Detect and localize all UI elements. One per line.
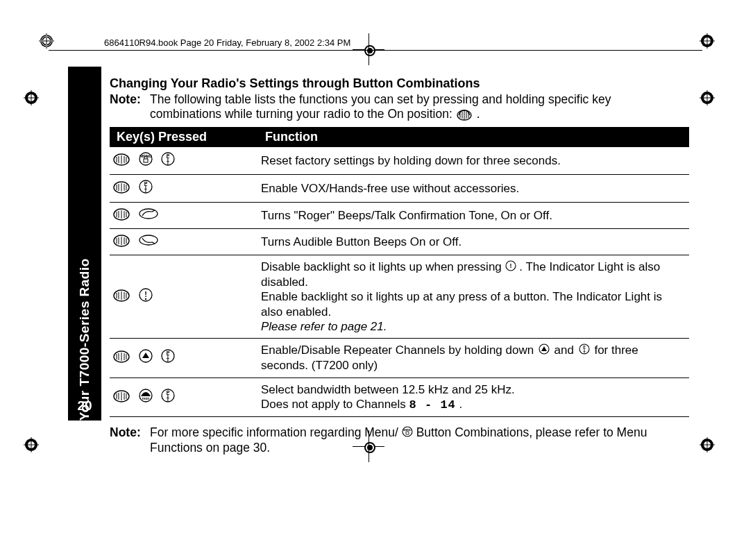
reg-mark-icon [39,33,54,49]
col-header-func: Function [258,127,689,147]
func-text: Enable backlight so it lights up at any … [261,290,662,318]
svg-rect-4 [39,40,54,42]
note-2: Note: For more specific information rega… [110,425,713,455]
power-knob-icon [112,180,130,197]
svg-point-1 [43,37,50,44]
table-row: ! Disable backlight so it lights up when… [110,255,689,339]
svg-text:!: ! [144,290,147,298]
reg-mark-icon [700,33,715,49]
mon-button-icon: mon [138,388,153,407]
table-row: PTT Enable/Disable Repeater Channels by … [110,339,689,377]
page-content: Changing Your Radio's Settings through B… [110,76,713,461]
menu-lock-button-icon: MENU [138,151,153,170]
power-knob-icon [112,207,130,224]
svg-point-20 [28,441,35,448]
func-text-italic: Please refer to page 21. [261,320,387,333]
ptt-button-icon: PTT [160,348,176,367]
func-text: Select bandwidth between 12.5 kHz and 25… [261,383,515,396]
svg-point-7 [701,35,713,47]
top-rule [49,50,702,51]
svg-text:MENU: MENU [403,428,412,432]
table-row: Turns Audible Button Beeps On or Off. [110,229,689,255]
reg-mark-icon [24,90,39,105]
channel-range: 8 - 14 [409,398,456,411]
note-label: Note: [110,92,150,121]
note-body: The following table lists the functions … [150,92,713,121]
svg-text:!: ! [509,262,511,269]
svg-text:T: T [167,160,170,165]
svg-point-12 [28,94,35,101]
ptt-button-icon: PTT [579,343,590,358]
func-cell: Reset factory settings by holding down f… [258,147,689,175]
scroll-up-icon [138,348,153,367]
svg-point-8 [704,37,711,44]
func-cell: Disable backlight so it lights up when p… [258,255,689,339]
power-knob-icon [112,233,130,251]
page-number: 20 [68,398,101,414]
power-knob-icon [456,108,473,121]
reg-mark-icon [24,437,39,452]
power-knob-icon [112,288,130,305]
note-1: Note: The following table lists the func… [110,92,713,121]
ptt-button-icon: PTT [138,179,153,198]
svg-point-78 [145,298,146,300]
svg-point-69 [139,235,158,245]
svg-point-19 [25,439,37,451]
svg-text:T: T [144,188,148,193]
power-knob-icon [112,349,130,366]
key-combination-table: Key(s) Pressed Function MENU PTT Reset f… [110,127,689,417]
svg-rect-14 [24,98,39,99]
svg-rect-9 [707,33,708,49]
table-row: PTT Enable VOX/Hands-free use without ac… [110,175,689,203]
table-row: MENU PTT Reset factory settings by holdi… [110,147,689,175]
svg-rect-6 [39,41,54,42]
func-cell: Enable/Disable Repeater Channels by hold… [258,339,689,377]
side-tab-title: Operating Your T7000-Series Radio [77,258,92,490]
crop-cross-icon [353,33,384,65]
func-text: Enable/Disable Repeater Channels by hold… [261,343,537,357]
call-up-oval-icon [138,207,159,223]
note-label: Note: [110,425,150,455]
svg-rect-22 [24,445,39,446]
light-button-icon: ! [138,287,153,306]
light-button-icon: ! [505,260,516,275]
ptt-button-icon: PTT [160,388,176,407]
func-text: Disable backlight so it lights up when p… [261,260,505,273]
power-knob-icon [112,152,130,169]
header-bookline: 6864110R94.book Page 20 Friday, February… [104,37,350,48]
menu-lock-button-icon: MENU [402,426,413,441]
svg-text:T: T [583,350,585,355]
svg-point-62 [139,209,158,219]
col-header-keys: Key(s) Pressed [110,127,258,147]
note-body: For more specific information regarding … [150,425,713,455]
note-text: For more specific information regarding … [150,425,398,439]
func-cell: Turns "Roger" Beeps/Talk Confirmation To… [258,203,689,229]
svg-rect-3 [46,33,47,49]
call-down-oval-icon [138,234,159,250]
svg-rect-13 [31,90,32,105]
func-cell: Select bandwidth between 12.5 kHz and 25… [258,377,689,417]
func-cell: Enable VOX/Hands-free use without access… [258,175,689,203]
section-title: Changing Your Radio's Settings through B… [110,76,713,91]
svg-rect-21 [31,437,32,452]
func-text: . [459,398,463,411]
func-text: Does not apply to Channels [261,398,409,411]
side-tab: Operating Your T7000-Series Radio 20 [68,67,101,421]
svg-rect-5 [46,33,47,49]
svg-rect-10 [700,41,715,42]
table-row: Turns "Roger" Beeps/Talk Confirmation To… [110,203,689,229]
func-cell: Turns Audible Button Beeps On or Off. [258,229,689,255]
power-knob-icon [112,389,130,406]
svg-text:T: T [167,357,170,362]
func-text: and [554,343,577,357]
table-row: mon PTT Select bandwidth between 12.5 kH… [110,377,689,417]
note-text: The following table lists the functions … [150,92,611,121]
svg-text:T: T [167,397,170,402]
scroll-up-icon [539,343,550,358]
svg-point-0 [40,35,53,47]
ptt-button-icon: PTT [160,151,176,170]
note-text: . [477,107,480,121]
svg-text:mon: mon [142,396,149,400]
svg-point-2 [42,36,51,46]
svg-point-11 [25,92,37,104]
